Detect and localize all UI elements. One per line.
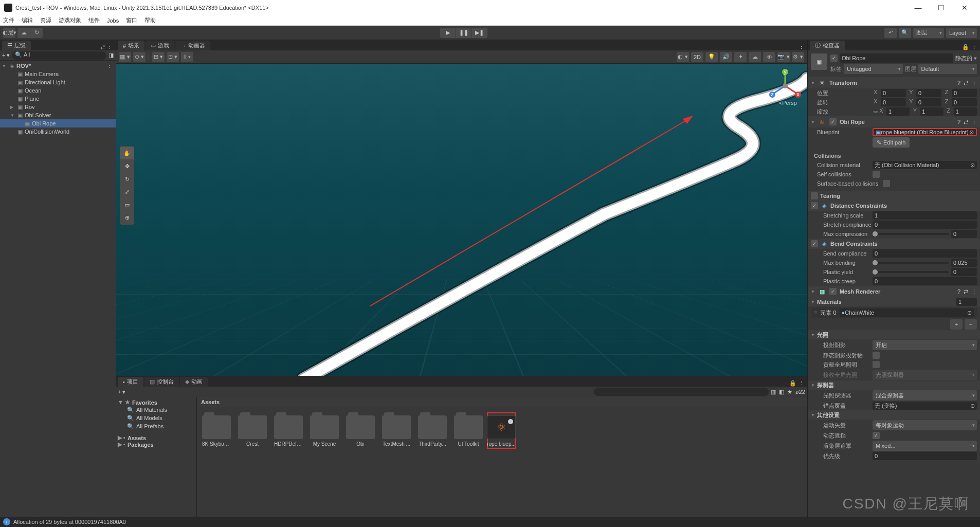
camera-button[interactable]: 📷 ▾ (777, 52, 790, 62)
fx-toggle[interactable]: ✦ (734, 52, 747, 62)
meshrenderer-component-header[interactable]: ▼▦ Mesh Renderer ?⇄⋮ (808, 286, 980, 297)
edit-path-button[interactable]: ✎ Edit path (873, 137, 910, 148)
max-bending-slider[interactable] (873, 262, 949, 264)
preset-icon[interactable]: ⇄ (964, 80, 968, 86)
object-picker-icon[interactable]: ⊙ (970, 162, 975, 169)
animator-tab[interactable]: → 动画器 (175, 41, 210, 50)
persp-label[interactable]: <Persp (779, 100, 797, 106)
menu-component[interactable]: 组件 (88, 16, 100, 24)
project-add-button[interactable]: + ▾ (118, 389, 125, 395)
assets-breadcrumb[interactable]: Assets (197, 397, 807, 407)
gizmos-button[interactable]: ⚙ ▾ (792, 52, 804, 62)
anchor-override-field[interactable]: 无 (变换)⊙ (873, 402, 977, 410)
packages-tree-header[interactable]: ▶ ▪ Packages (118, 441, 194, 448)
bend-constraints-checkbox[interactable] (811, 240, 818, 247)
asset-folder[interactable]: UI Toolkit (454, 415, 483, 447)
preset-icon[interactable]: ⇄ (964, 288, 968, 295)
proj-filter-type-icon[interactable]: ▥ (771, 389, 776, 395)
tool-snap-button[interactable]: ⊡ ▾ (167, 52, 179, 62)
meshrenderer-enabled-checkbox[interactable] (829, 288, 837, 295)
inspector-tab[interactable]: ⓘ 检查器 (810, 41, 845, 50)
static-shadow-checkbox[interactable] (873, 352, 880, 359)
dynamic-occlusion-checkbox[interactable] (873, 432, 880, 439)
transform-component-header[interactable]: ▼⤧ Transform ?⇄⋮ (808, 77, 980, 88)
tool-incr-button[interactable]: ⫴ ▾ (181, 52, 193, 62)
scene-row[interactable]: ▼◈ ROV* ⋮ (0, 62, 116, 70)
rot-z[interactable]: 0 (952, 98, 977, 106)
help-icon[interactable]: ? (957, 119, 960, 125)
asset-folder[interactable]: HDRPDefa... (274, 415, 303, 447)
asset-folder[interactable]: TextMesh ... (382, 415, 411, 447)
motion-vectors-dropdown[interactable]: 每对象运动 (873, 420, 977, 430)
orientation-gizmo[interactable]: x y z (767, 68, 803, 104)
help-icon[interactable]: ? (957, 288, 960, 295)
console-tab[interactable]: ▤ 控制台 (144, 377, 179, 387)
fav-all-models[interactable]: 🔍 All Models (118, 414, 194, 422)
global-search-button[interactable]: 🔍 (899, 28, 911, 38)
transform-tool[interactable]: ⊕ (120, 211, 134, 224)
rope-blueprint-asset[interactable]: ⚛ rope bluep... (487, 412, 516, 449)
menu-window[interactable]: 窗口 (126, 16, 137, 24)
asset-folder[interactable]: Obi (346, 415, 375, 447)
sky-toggle[interactable]: ☁ (749, 52, 761, 62)
hand-tool[interactable]: ✋ (120, 147, 134, 159)
hierarchy-link-icon[interactable]: ⇄ (100, 44, 105, 50)
rot-y[interactable]: 0 (916, 98, 941, 106)
history-button[interactable]: ↻ (30, 28, 43, 38)
cast-shadows-dropdown[interactable]: 开启 (873, 340, 977, 350)
scale-z[interactable]: 1 (954, 107, 977, 116)
info-icon[interactable]: i (3, 518, 10, 525)
inspector-menu-icon[interactable]: ⋮ (971, 44, 977, 50)
proj-save-search-icon[interactable]: ★ (787, 389, 792, 395)
material-element-row[interactable]: ≡元素 0● ChainWhite⊙ (811, 307, 977, 318)
maximize-button[interactable]: ☐ (930, 0, 953, 15)
menu-file[interactable]: 文件 (3, 16, 14, 24)
pos-z[interactable]: 0 (952, 89, 977, 97)
rotate-tool[interactable]: ↻ (120, 173, 134, 185)
contribute-gi-checkbox[interactable] (873, 361, 880, 368)
hierarchy-item[interactable]: ▣Obi Rope (0, 119, 116, 128)
distance-constraints-checkbox[interactable] (811, 202, 818, 209)
plastic-creep-field[interactable]: 0 (873, 277, 977, 285)
stretch-compliance-field[interactable]: 0 (873, 221, 977, 229)
asset-folder[interactable]: ThirdParty... (418, 415, 447, 447)
plastic-yield-slider[interactable] (873, 271, 949, 273)
pos-y[interactable]: 0 (916, 89, 941, 97)
tearing-checkbox[interactable] (811, 192, 818, 199)
menu-assets[interactable]: 资源 (40, 16, 51, 24)
hierarchy-menu-icon[interactable]: ⋮ (107, 44, 113, 50)
fav-all-materials[interactable]: 🔍 All Materials (118, 406, 194, 414)
assets-tree-header[interactable]: ▶ ▪ Assets (118, 434, 194, 441)
help-icon[interactable]: ? (957, 80, 960, 86)
object-picker-icon[interactable]: ⊙ (969, 129, 974, 136)
rendering-layer-dropdown[interactable]: Mixed... (873, 441, 977, 451)
hierarchy-filter-icon[interactable]: ◨ (108, 52, 114, 59)
cloud-button[interactable]: ☁ (17, 28, 30, 38)
pos-x[interactable]: 0 (881, 89, 906, 97)
max-bending-value[interactable]: 0.025 (951, 259, 977, 267)
scene-tab[interactable]: # 场景 (118, 41, 144, 50)
hierarchy-item[interactable]: ▼▣Obi Solver (0, 111, 116, 119)
scene-menu-icon[interactable]: ⋮ (798, 44, 804, 50)
hidden-toggle[interactable]: 👁 (763, 52, 775, 62)
hierarchy-item[interactable]: ▣Plane (0, 95, 116, 103)
component-menu-icon[interactable]: ⋮ (971, 288, 977, 295)
rect-tool[interactable]: ▭ (120, 198, 134, 211)
scene-menu-icon[interactable]: ⋮ (107, 63, 113, 69)
menu-gameobject[interactable]: 游戏对象 (59, 16, 81, 24)
priority-field[interactable]: 0 (873, 452, 977, 460)
hierarchy-item[interactable]: ▶▣Rov (0, 103, 116, 111)
self-collisions-checkbox[interactable] (873, 171, 880, 178)
hierarchy-item[interactable]: ▣Main Camera (0, 70, 116, 78)
light-probes-dropdown[interactable]: 混合探测器 (873, 390, 977, 401)
project-tab[interactable]: ▪ 项目 (118, 377, 143, 387)
component-menu-icon[interactable]: ⋮ (971, 119, 977, 125)
object-icon[interactable]: ▣ (811, 53, 827, 70)
preset-icon[interactable]: ⇄ (964, 119, 968, 125)
proj-hidden-count[interactable]: ø22 (795, 389, 805, 395)
audio-toggle[interactable]: 🔊 (720, 52, 732, 62)
max-compression-value[interactable]: 0 (951, 230, 977, 238)
hierarchy-add-button[interactable]: + ▾ (2, 52, 10, 59)
undo-history-button[interactable]: ↶ (884, 28, 897, 38)
menu-edit[interactable]: 编辑 (22, 16, 33, 24)
